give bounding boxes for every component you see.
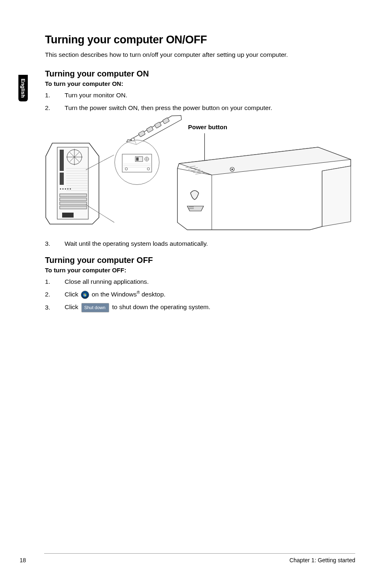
page-footer: 18 Chapter 1: Getting started bbox=[0, 553, 390, 563]
step-text: Turn the power switch ON, then press the… bbox=[65, 103, 355, 112]
power-button-figure: Power button bbox=[45, 119, 355, 229]
figure-label: Power button bbox=[188, 123, 227, 130]
svg-rect-8 bbox=[60, 173, 64, 185]
list-item: 3. Wait until the operating system loads… bbox=[45, 239, 355, 248]
footer-rule bbox=[44, 553, 355, 554]
step-text: Close all running applications. bbox=[65, 277, 355, 286]
svg-rect-9 bbox=[60, 194, 87, 197]
step-number: 3. bbox=[45, 303, 65, 312]
windows-start-icon bbox=[81, 291, 89, 299]
svg-rect-11 bbox=[60, 202, 87, 205]
step-number: 2. bbox=[45, 290, 65, 299]
svg-point-17 bbox=[67, 188, 69, 189]
svg-rect-30 bbox=[84, 295, 85, 296]
page-content: Turning your computer ON/OFF This sectio… bbox=[0, 0, 390, 312]
svg-point-14 bbox=[60, 188, 61, 189]
svg-point-15 bbox=[63, 188, 64, 189]
svg-rect-29 bbox=[85, 294, 86, 295]
step-text: Click Shut down to shut down the operati… bbox=[65, 302, 355, 312]
step-number: 1. bbox=[45, 277, 65, 286]
list-item: 1. Close all running applications. bbox=[45, 277, 355, 286]
svg-rect-13 bbox=[62, 213, 74, 218]
svg-rect-12 bbox=[60, 206, 87, 209]
computer-front-icon bbox=[175, 145, 355, 231]
svg-rect-31 bbox=[85, 295, 86, 296]
svg-rect-28 bbox=[84, 294, 85, 295]
language-tab: English bbox=[18, 75, 28, 101]
text-fragment: to shut down the operating system. bbox=[110, 303, 211, 310]
step-text: Wait until the operating system loads au… bbox=[65, 239, 355, 248]
chapter-label: Chapter 1: Getting started bbox=[289, 557, 355, 563]
list-item: 2. Turn the power switch ON, then press … bbox=[45, 103, 355, 112]
list-item: 1. Turn your monitor ON. bbox=[45, 90, 355, 100]
text-fragment: on the Windows bbox=[90, 291, 137, 298]
off-steps-list: 1. Close all running applications. 2. Cl… bbox=[45, 277, 355, 312]
rear-panel-detail-icon bbox=[115, 140, 159, 184]
text-fragment: Click bbox=[65, 291, 80, 298]
step-number: 1. bbox=[45, 90, 65, 100]
svg-point-18 bbox=[70, 188, 71, 189]
step-number: 3. bbox=[45, 239, 65, 248]
shut-down-button-icon: Shut down bbox=[81, 303, 109, 312]
svg-point-16 bbox=[65, 188, 66, 189]
on-step3: 3. Wait until the operating system loads… bbox=[45, 239, 355, 248]
step-text: Click on the Windows® desktop. bbox=[65, 290, 355, 299]
section-on-heading: Turning your computer ON bbox=[45, 69, 355, 79]
intro-text: This section describes how to turn on/of… bbox=[45, 51, 355, 58]
svg-rect-21 bbox=[136, 157, 139, 161]
registered-mark: ® bbox=[137, 290, 139, 295]
page-number: 18 bbox=[20, 557, 26, 563]
computer-rear-icon bbox=[45, 140, 106, 226]
list-item: 2. Click on the Windows® desktop. bbox=[45, 290, 355, 299]
text-fragment: desktop. bbox=[140, 291, 166, 298]
section-off: Turning your computer OFF To turn your c… bbox=[45, 256, 355, 312]
svg-rect-10 bbox=[60, 198, 87, 201]
callout-circle bbox=[114, 140, 159, 185]
svg-point-27 bbox=[83, 293, 87, 297]
on-steps-list: 1. Turn your monitor ON. 2. Turn the pow… bbox=[45, 90, 355, 113]
page-title: Turning your computer ON/OFF bbox=[45, 34, 355, 46]
svg-rect-7 bbox=[60, 150, 64, 171]
section-on-sub: To turn your computer ON: bbox=[45, 80, 355, 87]
svg-point-26 bbox=[231, 168, 233, 170]
section-off-heading: Turning your computer OFF bbox=[45, 256, 355, 265]
list-item: 3. Click Shut down to shut down the oper… bbox=[45, 302, 355, 312]
step-number: 2. bbox=[45, 103, 65, 112]
text-fragment: Click bbox=[65, 303, 80, 310]
section-off-sub: To turn your computer OFF: bbox=[45, 267, 355, 274]
step-text: Turn your monitor ON. bbox=[65, 90, 355, 100]
